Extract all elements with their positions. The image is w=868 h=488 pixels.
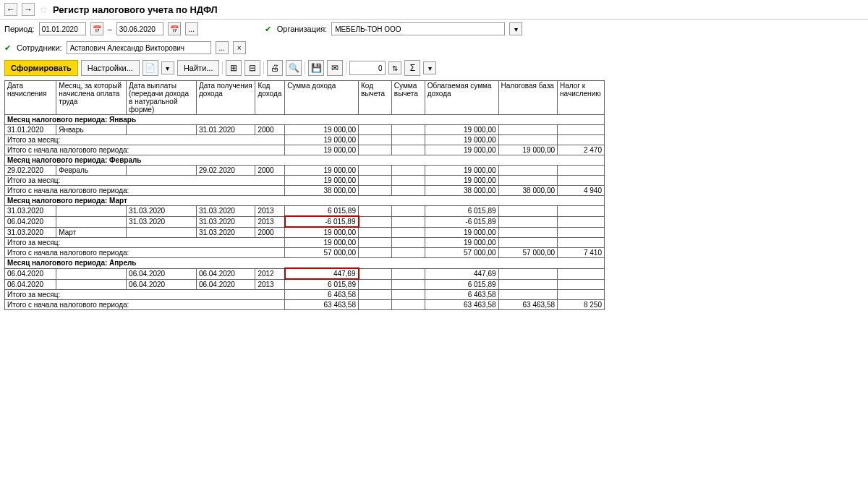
cell[interactable] [127, 166, 197, 176]
cell[interactable] [558, 216, 605, 227]
cell[interactable]: 06.04.2020 [127, 279, 197, 290]
cell[interactable] [391, 145, 425, 155]
cell[interactable] [359, 300, 392, 310]
cell[interactable] [498, 206, 558, 217]
cell[interactable]: 19 000,00 [425, 238, 498, 248]
cell[interactable] [56, 206, 127, 217]
cell[interactable] [56, 268, 127, 279]
cell[interactable]: 06.04.2020 [5, 279, 56, 290]
cell[interactable] [498, 125, 558, 135]
period-picker-button[interactable]: ... [185, 22, 198, 35]
cell[interactable]: 57 000,00 [425, 248, 498, 258]
forward-button[interactable]: → [22, 3, 35, 16]
cell[interactable]: Март [56, 227, 127, 238]
cell[interactable] [558, 268, 605, 279]
cell[interactable]: 8 250 [558, 300, 605, 310]
cell[interactable]: 38 000,00 [498, 186, 558, 196]
sum-input[interactable] [349, 61, 386, 75]
cell[interactable] [359, 206, 392, 217]
cell[interactable]: 19 000,00 [425, 135, 498, 145]
stepper-icon[interactable]: ⇅ [388, 61, 401, 74]
cell[interactable]: 31.03.2020 [127, 206, 197, 217]
cell[interactable] [127, 227, 197, 238]
cell[interactable]: 2013 [255, 206, 285, 217]
cell[interactable] [558, 238, 605, 248]
cell[interactable]: 38 000,00 [425, 186, 498, 196]
cell[interactable] [498, 176, 558, 186]
cell[interactable] [56, 216, 127, 227]
cell[interactable]: Январь [56, 125, 127, 135]
print-icon[interactable]: 🖨 [267, 60, 283, 76]
cell[interactable] [498, 227, 558, 238]
cell[interactable] [359, 238, 392, 248]
cell[interactable]: 4 940 [558, 186, 605, 196]
group-header[interactable]: Месяц налогового периода: Февраль [5, 155, 605, 166]
cell[interactable] [498, 216, 558, 227]
cell[interactable]: 63 463,58 [425, 300, 498, 310]
cell[interactable] [558, 227, 605, 238]
cell[interactable] [359, 135, 392, 145]
cell[interactable]: 2012 [255, 268, 285, 279]
sigma-dropdown-icon[interactable]: ▾ [423, 61, 436, 74]
star-icon[interactable]: ☆ [39, 4, 48, 15]
cell[interactable]: 19 000,00 [498, 145, 558, 155]
cell[interactable] [359, 279, 392, 290]
cell[interactable]: 6 015,89 [285, 206, 359, 217]
cell[interactable]: 2000 [255, 125, 285, 135]
dropdown-icon[interactable]: ▾ [161, 61, 174, 74]
cell[interactable] [391, 227, 425, 238]
cell[interactable]: 19 000,00 [285, 145, 359, 155]
cell[interactable]: 2000 [255, 227, 285, 238]
cell[interactable]: 447,69 [425, 268, 498, 279]
cell[interactable]: -6 015,89 [425, 216, 498, 227]
org-input[interactable] [331, 22, 505, 35]
cell[interactable]: 06.04.2020 [5, 216, 56, 227]
cell[interactable] [391, 206, 425, 217]
cell[interactable] [359, 166, 392, 176]
cell[interactable] [391, 268, 425, 279]
email-icon[interactable]: ✉ [327, 60, 343, 76]
cell[interactable]: 31.03.2020 [196, 216, 255, 227]
cell[interactable] [359, 186, 392, 196]
calendar-icon[interactable]: 📅 [168, 22, 181, 35]
form-button[interactable]: Сформировать [4, 60, 78, 76]
cell[interactable] [498, 238, 558, 248]
cell[interactable]: 19 000,00 [425, 176, 498, 186]
cell[interactable]: 19 000,00 [425, 166, 498, 176]
cell[interactable] [558, 279, 605, 290]
cell[interactable]: 19 000,00 [285, 166, 359, 176]
cell[interactable] [558, 176, 605, 186]
cell[interactable]: 19 000,00 [285, 227, 359, 238]
cell[interactable] [391, 166, 425, 176]
cell[interactable]: 2 470 [558, 145, 605, 155]
cell[interactable] [359, 176, 392, 186]
cell[interactable] [498, 166, 558, 176]
cell[interactable]: 2013 [255, 279, 285, 290]
cell[interactable]: 6 015,89 [425, 279, 498, 290]
cell[interactable]: 31.03.2020 [196, 227, 255, 238]
cell[interactable] [359, 227, 392, 238]
expand-icon[interactable]: ⊞ [226, 60, 242, 76]
cell[interactable] [391, 290, 425, 300]
cell[interactable]: 31.03.2020 [196, 206, 255, 217]
cell[interactable]: 19 000,00 [425, 145, 498, 155]
cell[interactable]: -6 015,89 [285, 216, 359, 227]
cell[interactable] [391, 238, 425, 248]
cell[interactable]: 06.04.2020 [196, 268, 255, 279]
cell[interactable]: 19 000,00 [285, 135, 359, 145]
cell[interactable]: Февраль [56, 166, 127, 176]
cell[interactable] [391, 279, 425, 290]
cell[interactable] [391, 186, 425, 196]
cell[interactable] [391, 216, 425, 227]
cell[interactable] [359, 125, 392, 135]
cell[interactable] [558, 135, 605, 145]
cell[interactable]: 6 463,58 [425, 290, 498, 300]
cell[interactable]: 29.02.2020 [196, 166, 255, 176]
cell[interactable]: 31.01.2020 [196, 125, 255, 135]
cell[interactable] [391, 125, 425, 135]
cell[interactable] [498, 268, 558, 279]
cell[interactable] [56, 279, 127, 290]
cell[interactable]: 38 000,00 [285, 186, 359, 196]
cell[interactable] [498, 135, 558, 145]
cell[interactable] [359, 248, 392, 258]
